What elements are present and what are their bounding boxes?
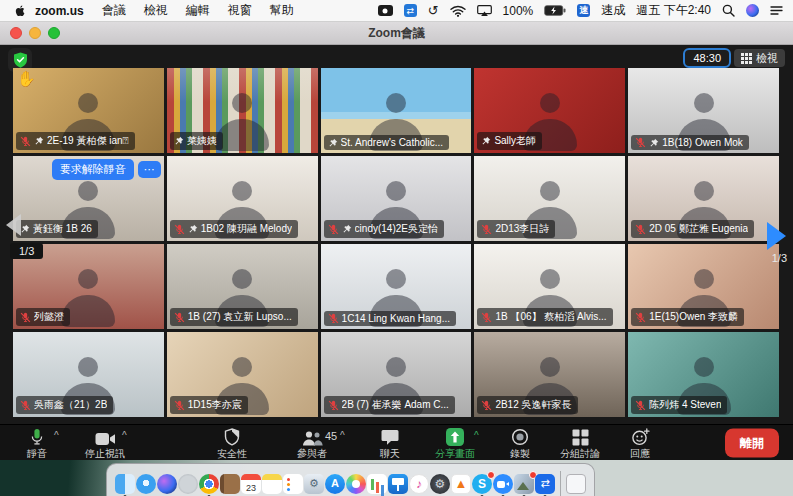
airplay-icon[interactable]	[477, 5, 492, 17]
photos-icon[interactable]	[346, 474, 366, 494]
window-titlebar[interactable]: Zoom會議	[0, 22, 793, 45]
battery-icon[interactable]	[544, 5, 566, 16]
participant-tile[interactable]: ✋ 要求解除靜音 ⋯ St. Andrew's Catholic...	[321, 68, 472, 153]
participant-tile[interactable]: ✋ 要求解除靜音 ⋯ 2D 05 鄭芷雅 Eugenia	[628, 156, 779, 241]
participant-tile[interactable]: ✋ 要求解除靜音 ⋯ 菜姨姨	[167, 68, 318, 153]
muted-microphone-icon	[635, 137, 646, 148]
participant-tile[interactable]: ✋ 要求解除靜音 ⋯ 2E-19 黃柏傑 ian⍰	[13, 68, 164, 153]
time-machine-icon[interactable]: ↺	[428, 4, 439, 17]
participant-tile[interactable]: ✋ 要求解除靜音 ⋯ 1B(18) Owen Mok	[628, 68, 779, 153]
safari-icon[interactable]	[136, 474, 156, 494]
minimize-window-button[interactable]	[29, 27, 41, 39]
participant-tile[interactable]: ✋ 要求解除靜音 ⋯ 2B (7) 崔承樂 Adam C...	[321, 332, 472, 417]
teamviewer-menu-icon[interactable]: ⇄	[404, 4, 417, 17]
calendar-icon[interactable]: 23	[241, 474, 261, 494]
spotlight-icon[interactable]	[722, 4, 735, 17]
wifi-icon[interactable]	[450, 5, 466, 17]
contacts-icon[interactable]	[220, 474, 240, 494]
menu-item-5[interactable]: 幫助	[270, 2, 294, 19]
chat-button[interactable]: 聊天	[354, 428, 426, 461]
numbers-icon[interactable]	[367, 474, 387, 494]
teamviewer-icon[interactable]: ⇄	[535, 474, 555, 494]
input-method-label[interactable]: 速成	[601, 2, 625, 19]
share-screen-button[interactable]: ^ 分享畫面	[419, 428, 491, 461]
zoom-window-button[interactable]	[48, 27, 60, 39]
chat-label: 聊天	[380, 447, 400, 461]
participant-tile[interactable]: ✋ 要求解除靜音 ⋯ 1D15李亦宸	[167, 332, 318, 417]
screen-icon[interactable]	[378, 5, 393, 16]
launchpad-icon[interactable]	[178, 474, 198, 494]
participant-nameplate: 1E(15)Owen 李致麟	[631, 308, 744, 326]
participants-caret[interactable]: ^	[340, 431, 345, 441]
menu-item-1[interactable]: 會議	[102, 2, 126, 19]
menu-item-4[interactable]: 視窗	[228, 2, 252, 19]
keynote-icon[interactable]	[388, 474, 408, 494]
photo-viewer-icon[interactable]	[514, 474, 534, 494]
video-options-caret[interactable]: ^	[122, 431, 127, 441]
close-window-button[interactable]	[10, 27, 22, 39]
participant-nameplate: 菜姨姨	[170, 132, 223, 150]
participant-tile[interactable]: ✋ 要求解除靜音 ⋯ Sally老師	[474, 68, 625, 153]
vlc-icon[interactable]: ▲	[451, 474, 471, 494]
participant-name: St. Andrew's Catholic...	[341, 137, 444, 148]
apple-menu-icon[interactable]	[14, 4, 27, 17]
participant-tile[interactable]: ✋ 要求解除靜音 ⋯ 1E(15)Owen 李致麟	[628, 244, 779, 329]
next-page-arrow[interactable]	[767, 222, 786, 250]
participant-name: 2E-19 黃柏傑 ian⍰	[47, 134, 129, 148]
system-preferences-icon[interactable]: ⚙	[430, 474, 450, 494]
notification-center-icon[interactable]	[770, 5, 783, 16]
pin-icon	[188, 224, 198, 234]
participant-tile[interactable]: ✋ 要求解除靜音 ⋯ 1B 【06】 蔡柏滔 Alvis...	[474, 244, 625, 329]
ask-to-unmute-button[interactable]: 要求解除靜音	[52, 159, 134, 180]
notes-icon[interactable]	[262, 474, 282, 494]
participant-nameplate: 2B12 吳逸軒家長	[477, 396, 577, 414]
view-button[interactable]: 檢視	[734, 49, 785, 67]
participant-name: 2B12 吳逸軒家長	[495, 398, 571, 412]
utility-icon[interactable]: ⚙	[304, 474, 324, 494]
battery-percentage: 100%	[503, 4, 534, 18]
muted-microphone-icon	[481, 400, 492, 411]
participant-nameplate: St. Andrew's Catholic...	[324, 135, 450, 150]
participant-name: 1B (27) 袁立新 Lupso...	[188, 310, 292, 324]
security-button[interactable]: 安全性	[196, 428, 268, 461]
teamviewer-glyph: ⇄	[535, 474, 555, 494]
skype-icon[interactable]: S	[472, 474, 492, 494]
menu-item-0[interactable]: zoom.us	[35, 4, 84, 18]
security-label: 安全性	[217, 447, 247, 461]
participants-button[interactable]: 45 ^ 參與者	[276, 428, 348, 461]
more-options-button[interactable]: ⋯	[138, 161, 161, 178]
participant-tile[interactable]: ✋ 要求解除靜音 ⋯ 陈列炜 4 Steven	[628, 332, 779, 417]
participant-tile[interactable]: ✋ 要求解除靜音 ⋯ cindy(14)2E吳定怡	[321, 156, 472, 241]
previous-page-arrow[interactable]	[6, 214, 21, 236]
participant-tile[interactable]: ✋ 要求解除靜音 ⋯ 吳雨鑫（21）2B	[13, 332, 164, 417]
siri-icon[interactable]	[746, 4, 759, 17]
reactions-button[interactable]: 回應	[604, 428, 676, 461]
mute-options-caret[interactable]: ^	[54, 431, 59, 441]
participant-tile[interactable]: ✋ 要求解除靜音 ⋯ 1B02 陳玥融 Melody	[167, 156, 318, 241]
leave-meeting-button[interactable]: 離開	[725, 429, 779, 458]
menu-item-3[interactable]: 編輯	[186, 2, 210, 19]
share-options-caret[interactable]: ^	[474, 431, 479, 441]
participant-tile[interactable]: ✋ 要求解除靜音 ⋯ 2D13李日詩	[474, 156, 625, 241]
grid-view-icon	[741, 53, 752, 64]
reminders-icon[interactable]	[283, 474, 303, 494]
participant-tile[interactable]: ✋ 要求解除靜音 ⋯ 黃鈺衡 1B 26	[13, 156, 164, 241]
menu-item-2[interactable]: 檢視	[144, 2, 168, 19]
chrome-icon[interactable]	[199, 474, 219, 494]
trash-icon[interactable]	[566, 474, 586, 494]
itunes-icon[interactable]: ♪	[409, 474, 429, 494]
input-method-icon[interactable]: 速	[577, 4, 590, 17]
participant-name: 2D13李日詩	[495, 222, 549, 236]
siri-icon[interactable]	[157, 474, 177, 494]
menubar-clock[interactable]: 週五 下午2:40	[636, 2, 711, 19]
mute-button[interactable]: ^ 靜音	[1, 428, 73, 461]
participant-tile[interactable]: ✋ 要求解除靜音 ⋯ 1B (27) 袁立新 Lupso...	[167, 244, 318, 329]
zoom-icon[interactable]	[493, 474, 513, 494]
page-indicator-left: 1/3	[10, 243, 43, 259]
participant-tile[interactable]: ✋ 要求解除靜音 ⋯ 1C14 Ling Kwan Hang...	[321, 244, 472, 329]
app-store-icon[interactable]: A	[325, 474, 345, 494]
stop-video-button[interactable]: ^ 停止視訊	[69, 428, 141, 461]
finder-icon[interactable]	[115, 474, 135, 494]
reactions-label: 回應	[630, 447, 650, 461]
participant-tile[interactable]: ✋ 要求解除靜音 ⋯ 2B12 吳逸軒家長	[474, 332, 625, 417]
